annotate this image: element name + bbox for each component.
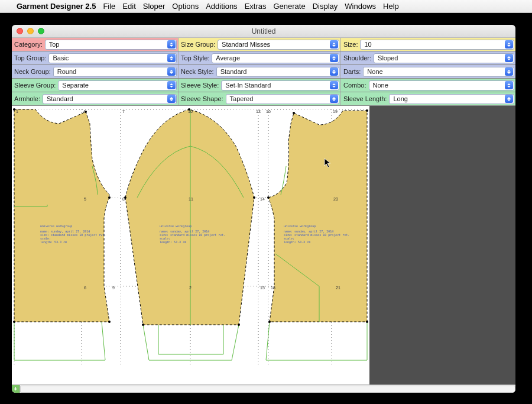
chevron-updown-icon: [167, 95, 176, 103]
svg-text:length: 53.3 cm: length: 53.3 cm: [40, 240, 67, 244]
shoulder-select[interactable]: Sloped: [374, 53, 514, 63]
neckgroup-select[interactable]: Round: [53, 67, 177, 77]
sleevelength-value: Long: [393, 95, 407, 102]
sleevegroup-value: Separate: [62, 82, 89, 89]
category-select[interactable]: Top: [45, 40, 177, 50]
svg-point-22: [366, 109, 368, 112]
chevron-updown-icon: [505, 40, 513, 49]
chevron-updown-icon: [167, 40, 176, 49]
scroll-track[interactable]: [20, 386, 515, 393]
svg-point-17: [253, 196, 255, 199]
menu-additions[interactable]: Additions: [206, 2, 237, 11]
topstyle-select[interactable]: Average: [212, 53, 339, 63]
combo-label: Combo:: [343, 82, 366, 89]
sizegroup-select[interactable]: Standard Misses: [218, 40, 339, 50]
chevron-updown-icon: [330, 67, 338, 76]
menu-extras[interactable]: Extras: [245, 2, 267, 11]
menu-help[interactable]: Help: [383, 2, 399, 11]
canvas-area: 1 4 7 10 13 16 19 5 8 11 14 20 6 9 2 15 …: [12, 106, 515, 384]
svg-point-24: [268, 321, 271, 323]
zoom-button[interactable]: [38, 28, 44, 34]
sizegroup-value: Standard Misses: [222, 41, 270, 48]
armhole-select[interactable]: Standard: [43, 94, 177, 104]
sleevestyle-value: Set-In Standard: [225, 82, 271, 89]
marker: 2: [189, 286, 192, 290]
sleevestyle-label: Sleeve Style:: [181, 82, 219, 89]
marker: 6: [84, 286, 86, 290]
svg-point-20: [267, 196, 270, 199]
chevron-updown-icon: [505, 54, 513, 62]
sleevestyle-select[interactable]: Set-In Standard: [221, 80, 339, 91]
darts-value: None: [367, 68, 382, 75]
size-select[interactable]: 10: [360, 40, 514, 50]
sleeveshape-select[interactable]: Tapered: [226, 94, 339, 104]
sizegroup-label: Size Group:: [181, 41, 215, 48]
window-titlebar[interactable]: Untitled: [12, 25, 515, 38]
neckstyle-select[interactable]: Standard: [216, 67, 339, 77]
combo-select[interactable]: None: [369, 80, 514, 91]
sleeveshape-label: Sleeve Shape:: [181, 95, 223, 102]
topstyle-label: Top Style:: [181, 54, 209, 62]
neckgroup-value: Round: [57, 68, 76, 75]
menu-options[interactable]: Options: [172, 2, 199, 11]
menu-edit[interactable]: Edit: [122, 2, 135, 11]
marker: 8: [122, 197, 125, 201]
pattern-svg: 1 4 7 10 13 16 19 5 8 11 14 20 6 9 2 15 …: [12, 106, 369, 378]
marker: 5: [84, 197, 86, 201]
neckstyle-label: Neck Style:: [181, 68, 214, 75]
marker: 19: [333, 109, 338, 114]
pattern-canvas[interactable]: 1 4 7 10 13 16 19 5 8 11 14 20 6 9 2 15 …: [12, 106, 369, 384]
sleevegroup-label: Sleeve Group:: [14, 82, 56, 89]
chevron-updown-icon: [167, 81, 176, 89]
chevron-updown-icon: [330, 54, 338, 62]
combo-value: None: [373, 82, 388, 89]
chevron-updown-icon: [167, 67, 176, 76]
neckstyle-value: Standard: [220, 68, 247, 75]
window-controls: [17, 28, 44, 34]
document-window: Untitled Category: Top Size Group: Stand…: [12, 25, 515, 393]
category-value: Top: [49, 41, 60, 48]
menu-generate[interactable]: Generate: [273, 2, 305, 11]
window-title: Untitled: [12, 27, 515, 35]
menu-windows[interactable]: Windows: [345, 2, 376, 11]
chevron-updown-icon: [330, 95, 338, 103]
svg-text:length: 53.3 cm: length: 53.3 cm: [160, 240, 186, 244]
svg-point-21: [293, 112, 295, 114]
menu-display[interactable]: Display: [313, 2, 338, 11]
armhole-value: Standard: [47, 95, 73, 102]
add-page-icon[interactable]: +: [12, 385, 20, 393]
topstyle-value: Average: [216, 54, 240, 62]
marker: 18: [271, 286, 275, 290]
svg-text:universe workgroup: universe workgroup: [160, 224, 192, 228]
sleevegroup-select[interactable]: Separate: [58, 80, 177, 91]
marker: 21: [336, 286, 340, 290]
marker: 10: [188, 109, 193, 114]
svg-point-19: [238, 324, 240, 326]
menu-file[interactable]: File: [103, 2, 115, 11]
sleevelength-select[interactable]: Long: [389, 94, 514, 104]
app-menu[interactable]: Garment Designer 2.5: [17, 2, 96, 11]
svg-text:universe workgroup: universe workgroup: [284, 224, 316, 228]
chevron-updown-icon: [505, 81, 513, 89]
marker: 14: [260, 197, 265, 201]
sleevelength-label: Sleeve Length:: [343, 95, 387, 102]
svg-text:length: 53.3 cm: length: 53.3 cm: [284, 240, 310, 244]
svg-point-10: [13, 108, 15, 111]
system-menubar: Garment Designer 2.5 File Edit Sloper Op…: [0, 0, 532, 13]
topgroup-label: Top Group:: [14, 54, 46, 62]
svg-point-23: [366, 321, 368, 323]
darts-label: Darts:: [343, 68, 361, 75]
shoulder-label: Shoulder:: [343, 54, 371, 62]
marker: 13: [256, 109, 261, 114]
svg-point-13: [13, 321, 15, 323]
menu-sloper[interactable]: Sloper: [143, 2, 166, 11]
marker: 1: [16, 109, 18, 114]
close-button[interactable]: [17, 28, 23, 34]
marker: 9: [112, 286, 115, 290]
darts-select[interactable]: None: [363, 67, 514, 77]
minimize-button[interactable]: [27, 28, 34, 34]
neckgroup-label: Neck Group:: [14, 68, 51, 75]
marker: 20: [333, 197, 338, 201]
horizontal-scrollbar[interactable]: +: [12, 384, 515, 393]
topgroup-select[interactable]: Basic: [48, 53, 177, 63]
